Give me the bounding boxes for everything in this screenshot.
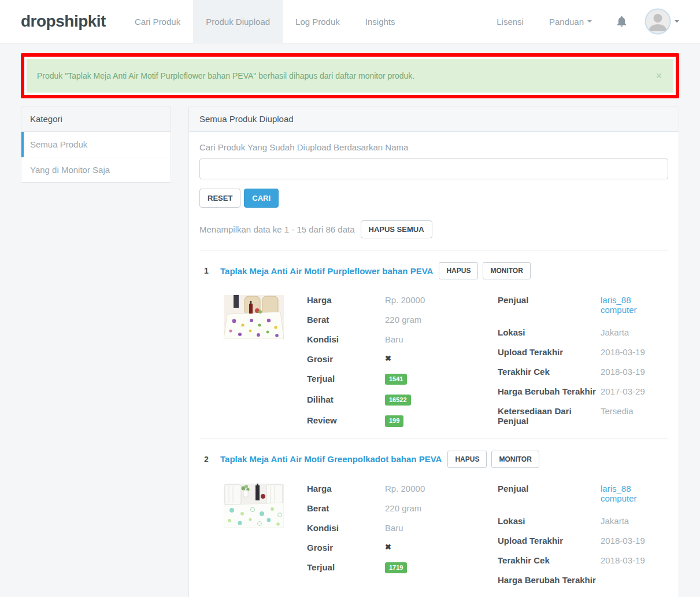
attr-row: Berat 220 gram [307, 503, 498, 513]
attr-label: Grosir [307, 354, 385, 364]
sidebar-item-yang-di-monitor-saja[interactable]: Yang di Monitor Saja [21, 157, 171, 182]
sidebar-item-semua-produk[interactable]: Semua Produk [21, 132, 171, 157]
count-badge: 16522 [385, 395, 411, 406]
attr-label: Penjual [498, 484, 601, 493]
attr-row: Review 199 [307, 415, 498, 426]
attr-value: 2018-03-19 [601, 367, 645, 377]
attr-row: Upload Terakhir 2018-03-19 [498, 536, 668, 546]
nav-item-log-produk[interactable]: Log Produk [283, 0, 353, 43]
chevron-down-icon [675, 20, 679, 23]
divider [199, 250, 668, 250]
product-header: 2 Taplak Meja Anti Air Motif Greenpolkad… [199, 451, 668, 468]
attr-label: Berat [307, 503, 385, 513]
seller-link[interactable]: laris_88 computer [601, 295, 665, 315]
attr-value: Jakarta [601, 516, 629, 526]
attr-label: Berat [307, 315, 385, 325]
attr-row: Terakhir Cek 2018-03-19 [498, 367, 668, 377]
notifications-button[interactable] [605, 0, 639, 43]
attr-label: Harga [307, 295, 385, 305]
attr-row: Ketersediaan Dari Penjual Tersedia [498, 406, 668, 426]
attr-value: Tersedia [601, 406, 634, 416]
attr-row: Kondisi Baru [307, 523, 498, 533]
attr-row: Lokasi Jakarta [498, 516, 668, 526]
header-right: Lisensi Panduan [484, 0, 700, 43]
nav-item-cari-produk[interactable]: Cari Produk [122, 0, 193, 43]
tablecloth-greenpolkadot-photo [224, 484, 284, 528]
count-badge: 199 [385, 415, 403, 426]
product-title-link[interactable]: Taplak Meja Anti Air Motif Greenpolkadot… [220, 454, 442, 464]
attr-row: Lokasi Jakarta [498, 327, 668, 337]
product-detail: Harga Rp. 20000 Berat 220 gram Kondisi B… [199, 484, 668, 585]
nav-item-produk-diupload[interactable]: Produk Diupload [193, 0, 283, 43]
attr-label: Kondisi [307, 523, 385, 533]
brand-logo[interactable]: dropshipkit [21, 12, 106, 31]
attr-value: 220 gram [385, 315, 421, 325]
tablecloth-purpleflower-photo [224, 295, 284, 339]
attr-label: Terjual [307, 374, 385, 384]
product-image [224, 484, 284, 528]
seller-attributes: Penjual laris_88 computer Lokasi Jakarta… [498, 484, 668, 585]
nav-item-panduan-dropdown[interactable]: Panduan [536, 0, 605, 43]
count-badge: 1541 [385, 374, 407, 385]
hapus-button[interactable]: HAPUS [447, 451, 487, 468]
search-input[interactable] [199, 159, 668, 179]
avatar [645, 8, 671, 35]
attr-row: Penjual laris_88 computer [498, 295, 668, 315]
attr-row: Harga Rp. 20000 [307, 484, 498, 493]
attr-label: Ketersediaan Dari Penjual [498, 406, 601, 426]
hapus-button[interactable]: HAPUS [439, 262, 478, 279]
product-image [224, 295, 284, 339]
user-menu[interactable] [639, 0, 683, 43]
attr-row: Grosir ✖ [307, 354, 498, 364]
success-alert: Produk "Taplak Meja Anti Air Motif Purpl… [27, 59, 673, 93]
top-navbar: dropshipkit Cari Produk Produk Diupload … [0, 0, 700, 43]
search-label: Cari Produk Yang Sudah Diupload Berdasar… [199, 142, 668, 152]
attr-label: Terakhir Cek [498, 367, 601, 377]
attr-value: Rp. 20000 [385, 295, 425, 305]
hapus-semua-button[interactable]: HAPUS SEMUA [361, 220, 432, 238]
alert-message: Produk "Taplak Meja Anti Air Motif Purpl… [37, 71, 414, 80]
category-sidebar: Kategori Semua Produk Yang di Monitor Sa… [21, 106, 171, 183]
monitor-button[interactable]: MONITOR [491, 451, 539, 468]
results-meta-row: Menampilkan data ke 1 - 15 dari 86 data … [199, 220, 668, 238]
monitor-button[interactable]: MONITOR [483, 262, 530, 279]
attr-row: Upload Terakhir 2018-03-19 [498, 347, 668, 357]
attr-label: Terakhir Cek [498, 555, 601, 565]
product-attributes: Harga Rp. 20000 Berat 220 gram Kondisi B… [307, 484, 498, 585]
attr-label: Terjual [307, 562, 385, 572]
attr-row: Berat 220 gram [307, 315, 498, 325]
product-item: 2 Taplak Meja Anti Air Motif Greenpolkad… [199, 451, 668, 585]
attr-value: Jakarta [601, 327, 629, 337]
panduan-label: Panduan [549, 17, 584, 27]
attr-row: Grosir ✖ [307, 543, 498, 552]
divider [199, 438, 668, 439]
reset-button[interactable]: RESET [199, 189, 240, 208]
product-title-link[interactable]: Taplak Meja Anti Air Motif Purpleflower … [220, 266, 433, 276]
attr-value: 2018-03-19 [601, 347, 645, 357]
attr-value: 2018-03-19 [601, 536, 645, 546]
attr-row: Dilihat 16522 [307, 395, 498, 406]
attr-value: Baru [385, 523, 403, 533]
attr-row: Kondisi Baru [307, 334, 498, 344]
close-icon[interactable]: × [655, 71, 662, 81]
red-annotation-box: Produk "Taplak Meja Anti Air Motif Purpl… [21, 53, 679, 98]
seller-link[interactable]: laris_88 computer [601, 484, 665, 503]
product-attributes: Harga Rp. 20000 Berat 220 gram Kondisi B… [307, 295, 498, 427]
search-actions: RESET CARI [199, 189, 668, 208]
results-count-text: Menampilkan data ke 1 - 15 dari 86 data [199, 224, 355, 234]
product-index: 2 [199, 455, 220, 464]
content-area: Kategori Semua Produk Yang di Monitor Sa… [21, 106, 679, 597]
attr-label: Lokasi [498, 516, 601, 526]
attr-label: Harga Berubah Terakhir [498, 386, 601, 396]
count-badge: 1719 [385, 562, 407, 573]
attr-row: Penjual laris_88 computer [498, 484, 668, 503]
nav-item-insights[interactable]: Insights [353, 0, 408, 43]
nav-item-lisensi[interactable]: Lisensi [484, 0, 536, 43]
attr-label: Harga Berubah Terakhir [498, 575, 601, 585]
attr-row: Terakhir Cek 2018-03-19 [498, 555, 668, 565]
cari-button[interactable]: CARI [244, 189, 279, 208]
attr-label: Grosir [307, 543, 385, 552]
attr-label: Kondisi [307, 334, 385, 344]
sidebar-title: Kategori [21, 106, 171, 132]
attr-value: 220 gram [385, 503, 421, 513]
